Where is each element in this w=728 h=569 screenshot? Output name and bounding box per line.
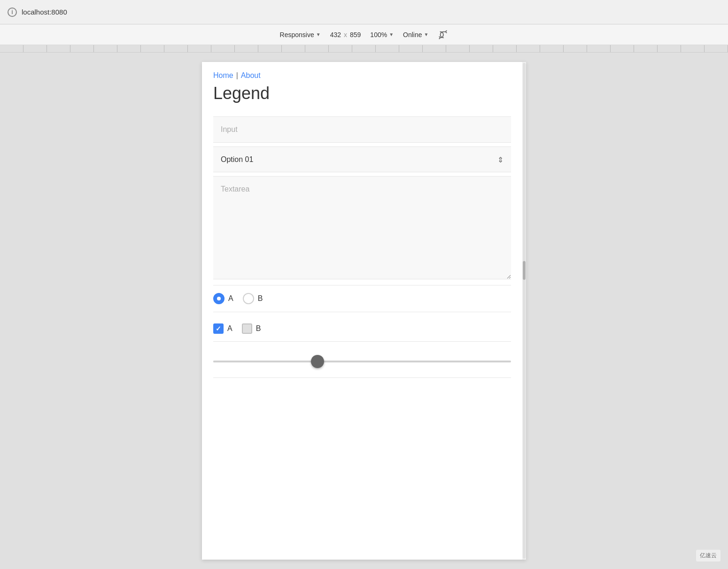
responsive-chevron-icon: ▼ — [316, 32, 321, 37]
checkbox-a-input[interactable] — [213, 323, 224, 334]
about-link[interactable]: About — [241, 71, 261, 80]
rotate-button[interactable] — [438, 30, 448, 40]
info-icon: i — [8, 8, 17, 17]
browser-url: localhost:8080 — [22, 8, 67, 16]
online-selector[interactable]: Online ▼ — [403, 31, 428, 38]
browser-address-bar: i localhost:8080 — [0, 0, 728, 24]
checkbox-a-item[interactable]: A — [213, 323, 232, 334]
checkbox-b-label: B — [256, 324, 261, 333]
online-label: Online — [403, 31, 422, 38]
page-title: Legend — [213, 84, 511, 103]
scrollbar-thumb[interactable] — [523, 261, 526, 280]
height-value: 859 — [350, 31, 361, 38]
rotate-icon — [438, 30, 448, 40]
text-input[interactable] — [213, 116, 511, 143]
nav-links: Home | About — [213, 71, 511, 80]
nav-separator: | — [236, 71, 238, 80]
select-input[interactable]: Option 01 Option 02 Option 03 — [213, 146, 511, 172]
main-area: Home | About Legend Option 01 Option 02 … — [0, 53, 728, 569]
responsive-selector[interactable]: Responsive ▼ — [280, 31, 321, 38]
radio-a-label: A — [228, 294, 233, 303]
dimensions-x: x — [344, 31, 347, 38]
radio-a-input[interactable] — [213, 293, 225, 304]
device-frame: Home | About Legend Option 01 Option 02 … — [202, 62, 526, 560]
width-value: 432 — [330, 31, 341, 38]
radio-a-item[interactable]: A — [213, 293, 233, 304]
slider-fill — [213, 361, 318, 362]
dimensions-display: 432 x 859 — [330, 31, 361, 38]
device-scrollbar[interactable] — [522, 62, 526, 560]
watermark: 亿速云 — [696, 550, 720, 561]
zoom-selector[interactable]: 100% ▼ — [370, 31, 394, 38]
radio-b-label: B — [258, 294, 263, 303]
online-chevron-icon: ▼ — [424, 32, 429, 37]
radio-b-item[interactable]: B — [243, 293, 263, 304]
slider-track — [213, 361, 511, 362]
home-link[interactable]: Home — [213, 71, 233, 80]
bottom-section — [202, 387, 526, 444]
checkbox-b-input[interactable] — [242, 323, 252, 334]
responsive-label: Responsive — [280, 31, 314, 38]
zoom-label: 100% — [370, 31, 387, 38]
toolbar: Responsive ▼ 432 x 859 100% ▼ Online ▼ — [0, 24, 728, 45]
radio-group: A B — [213, 285, 511, 312]
slider-thumb[interactable] — [311, 355, 324, 368]
input-group — [213, 116, 511, 146]
zoom-chevron-icon: ▼ — [389, 32, 394, 37]
radio-b-input[interactable] — [243, 293, 254, 304]
select-group: Option 01 Option 02 Option 03 ⇕ — [213, 146, 511, 172]
checkbox-group: A B — [213, 316, 511, 342]
textarea-input[interactable] — [213, 176, 511, 279]
ruler-strip — [0, 45, 728, 53]
textarea-group — [213, 176, 511, 285]
checkbox-b-item[interactable]: B — [242, 323, 261, 334]
slider-group — [213, 346, 511, 378]
checkbox-a-label: A — [227, 324, 232, 333]
app-content: Home | About Legend Option 01 Option 02 … — [202, 62, 526, 387]
scrollbar-track — [523, 63, 526, 559]
